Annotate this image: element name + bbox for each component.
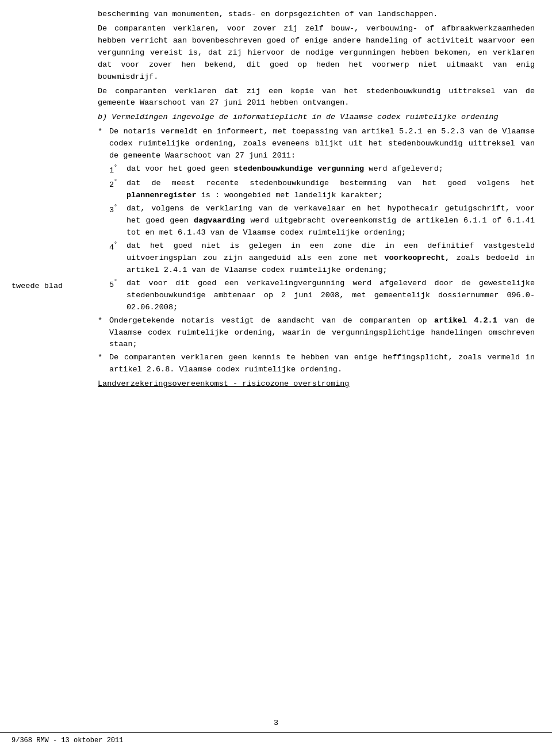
- bullet-content-1: De notaris vermeldt en informeert, met t…: [109, 126, 535, 162]
- bullet-content-2: Ondergetekende notaris vestigt de aandac…: [109, 315, 535, 351]
- list-number-3: 3°: [109, 203, 126, 239]
- bullet-star-2: *: [98, 315, 109, 351]
- list-content-2: dat de meest recente stedenbouwkundige b…: [126, 178, 535, 202]
- page-footer: 9/368 RMW - 13 oktober 2011: [0, 732, 552, 745]
- bullet-geen-kennis: * De comparanten verklaren geen kennis t…: [98, 352, 535, 376]
- list-number-5: 5°: [109, 278, 126, 314]
- paragraph-4: b) Vermeldingen ingevolge de informatiep…: [98, 112, 535, 124]
- page-container: tweede blad bescherming van monumenten, …: [0, 0, 552, 756]
- list-content-1: dat voor het goed geen stedenbouwkundige…: [126, 163, 535, 176]
- footer-doc-ref: 9/368 RMW - 13 oktober 2011: [12, 736, 123, 745]
- sidebar-label-text: tweede blad: [12, 282, 63, 290]
- bold-stedenbouwkundige: stedenbouwkundige vergunning: [233, 164, 364, 173]
- list-content-3: dat, volgens de verklaring van de verkav…: [126, 203, 535, 239]
- page-number-text: 3: [274, 719, 278, 727]
- list-number-1: 1°: [109, 163, 126, 176]
- list-item-2: 2° dat de meest recente stedenbouwkundig…: [98, 178, 535, 202]
- bold-plannenregister: plannenregister: [126, 191, 197, 199]
- list-item-1: 1° dat voor het goed geen stedenbouwkund…: [98, 163, 535, 176]
- bold-dagvaarding: dagvaarding: [194, 216, 245, 225]
- bullet-star-1: *: [98, 126, 109, 162]
- paragraph-3: De comparanten verklaren dat zij een kop…: [98, 86, 535, 110]
- sidebar-label: tweede blad: [12, 282, 80, 290]
- list-content-4: dat het goed niet is gelegen in een zone…: [126, 240, 535, 277]
- bold-voorkooprecht: voorkooprecht,: [385, 254, 450, 262]
- list-item-3: 3° dat, volgens de verklaring van de ver…: [98, 203, 535, 239]
- list-number-4: 4°: [109, 240, 126, 277]
- list-item-4: 4° dat het goed niet is gelegen in een z…: [98, 240, 535, 277]
- page-number: 3: [0, 719, 552, 727]
- bold-artikel421: artikel 4.2.1: [434, 316, 497, 325]
- bullet-notaris: * De notaris vermeldt en informeert, met…: [98, 126, 535, 162]
- paragraph-1: bescherming van monumenten, stads- en do…: [98, 9, 535, 21]
- paragraph-landverzekering: Landverzekeringsovereenkomst - risicozon…: [98, 378, 535, 390]
- bullet-star-3: *: [98, 352, 109, 376]
- list-item-5: 5° dat voor dit goed een verkavelingverg…: [98, 278, 535, 314]
- paragraph-2: De comparanten verklaren, voor zover zij…: [98, 23, 535, 83]
- italic-text-b: Vermeldingen ingevolge de informatieplic…: [112, 113, 498, 121]
- text-block: bescherming van monumenten, stads- en do…: [98, 6, 535, 390]
- bullet-ondergetekende: * Ondergetekende notaris vestigt de aand…: [98, 315, 535, 351]
- list-content-5: dat voor dit goed een verkavelingvergunn…: [126, 278, 535, 314]
- bullet-content-3: De comparanten verklaren geen kennis te …: [109, 352, 535, 376]
- list-number-2: 2°: [109, 178, 126, 202]
- main-content: bescherming van monumenten, stads- en do…: [98, 0, 535, 425]
